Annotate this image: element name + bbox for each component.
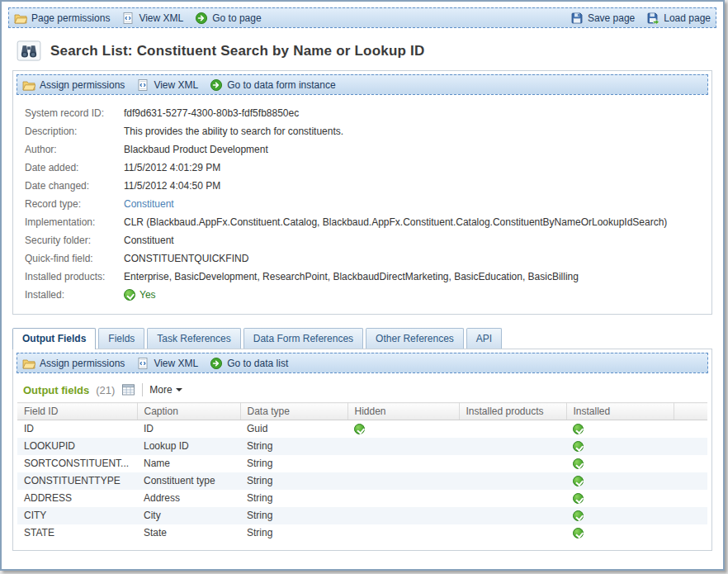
cell-spacer — [674, 524, 707, 542]
save-page-button[interactable]: Save page — [570, 12, 635, 25]
prop-date-changed: Date changed: 11/5/2012 4:04:50 PM — [25, 177, 702, 195]
view-xml-button[interactable]: View XML — [136, 357, 198, 370]
cell-hidden — [347, 524, 459, 542]
col-installed-products[interactable]: Installed products — [459, 403, 566, 420]
cell-data-type: String — [240, 455, 347, 472]
cell-field-id: LOOKUPID — [17, 438, 137, 455]
table-row[interactable]: ADDRESS Address String — [17, 490, 707, 507]
cell-field-id: CITY — [17, 507, 137, 524]
table-row[interactable]: CONSTITUENTTYPE Constituent type String — [17, 472, 707, 490]
table-row[interactable]: ID ID Guid — [17, 420, 707, 438]
prop-label: System record ID: — [25, 104, 124, 122]
prop-value: Blackbaud Product Development — [124, 140, 268, 159]
tab-strip: Output Fields Fields Task References Dat… — [12, 328, 712, 349]
assign-permissions-button[interactable]: Assign permissions — [22, 357, 125, 370]
check-icon — [573, 424, 584, 434]
cell-hidden — [347, 472, 459, 490]
cell-installed — [566, 472, 674, 490]
col-caption[interactable]: Caption — [137, 403, 240, 420]
check-icon — [124, 289, 135, 301]
cell-caption: Name — [137, 455, 240, 472]
go-to-data-form-instance-button[interactable]: Go to data form instance — [210, 78, 335, 92]
tab-api[interactable]: API — [466, 328, 502, 349]
prop-value-installed: Yes — [124, 286, 156, 304]
permissions-folder-icon — [14, 12, 27, 25]
table-row[interactable]: LOOKUPID Lookup ID String — [17, 438, 707, 455]
tab-output-fields[interactable]: Output Fields — [12, 328, 96, 349]
installed-yes-label: Yes — [139, 286, 156, 304]
prop-author: Author: Blackbaud Product Development — [25, 140, 702, 159]
property-list: System record ID: fdf9d631-5277-4300-80b… — [13, 98, 711, 314]
prop-value: This provides the ability to search for … — [124, 122, 343, 140]
cell-installed-products — [459, 438, 566, 455]
prop-security-folder: Security folder: Constituent — [25, 231, 702, 249]
cell-field-id: STATE — [17, 524, 137, 542]
cell-spacer — [674, 438, 707, 455]
cell-installed — [566, 524, 674, 542]
table-row[interactable]: SORTCONSTITUENT... Name String — [17, 455, 707, 472]
go-to-page-button[interactable]: Go to page — [195, 12, 261, 25]
xml-document-icon — [136, 357, 149, 370]
check-icon — [573, 528, 584, 538]
col-hidden[interactable]: Hidden — [347, 403, 459, 420]
prop-label: Record type: — [25, 195, 124, 213]
table-row[interactable]: CITY City String — [17, 507, 707, 524]
tab-data-form-references[interactable]: Data Form References — [243, 328, 363, 349]
col-data-type[interactable]: Data type — [240, 403, 347, 420]
prop-installed: Installed: Yes — [25, 286, 702, 304]
prop-label: Installed products: — [25, 268, 124, 286]
view-xml-button[interactable]: View XML — [121, 12, 183, 25]
xml-document-icon — [121, 12, 135, 25]
cell-data-type: String — [240, 472, 347, 490]
cell-spacer — [674, 420, 707, 438]
cell-hidden — [347, 455, 459, 472]
table-row[interactable]: STATE State String — [17, 524, 707, 542]
col-installed[interactable]: Installed — [566, 403, 674, 420]
output-fields-title: Output fields — [23, 384, 89, 396]
assign-permissions-label: Assign permissions — [40, 79, 125, 91]
prop-label: Description: — [25, 122, 124, 140]
prop-label: Date added: — [25, 159, 124, 177]
cell-installed — [566, 490, 674, 507]
load-disk-icon — [646, 12, 659, 25]
prop-date-added: Date added: 11/5/2012 4:01:29 PM — [25, 159, 702, 177]
permissions-folder-icon — [22, 357, 35, 370]
tab-task-references[interactable]: Task References — [147, 328, 240, 349]
view-xml-button[interactable]: View XML — [136, 78, 198, 92]
binoculars-icon — [17, 40, 41, 61]
col-field-id[interactable]: Field ID — [17, 403, 137, 420]
prop-quick-find-field: Quick-find field: CONSTITUENTQUICKFIND — [25, 249, 702, 268]
list-toolbar: Assign permissions View XML Go to data l… — [17, 353, 708, 373]
cell-installed-products — [459, 472, 566, 490]
col-spacer — [674, 403, 707, 420]
cell-spacer — [674, 490, 707, 507]
permissions-folder-icon — [22, 78, 35, 92]
page-toolbar: Page permissions View XML Go to page Sav… — [8, 7, 716, 28]
output-fields-table: Field ID Caption Data type Hidden Instal… — [17, 402, 707, 542]
load-page-button[interactable]: Load page — [646, 12, 711, 25]
record-type-link[interactable]: Constituent — [124, 195, 174, 213]
assign-permissions-button[interactable]: Assign permissions — [22, 78, 125, 92]
cell-installed-products — [459, 420, 566, 438]
cell-hidden — [347, 420, 459, 438]
page-permissions-button[interactable]: Page permissions — [14, 12, 110, 25]
view-xml-label: View XML — [154, 79, 198, 91]
tab-other-references[interactable]: Other References — [366, 328, 464, 349]
cell-installed-products — [459, 524, 566, 542]
cell-spacer — [674, 507, 707, 524]
view-xml-label: View XML — [154, 358, 198, 369]
cell-data-type: String — [240, 438, 347, 455]
tab-fields[interactable]: Fields — [98, 328, 144, 349]
chevron-down-icon — [176, 388, 182, 391]
prop-value: 11/5/2012 4:04:50 PM — [124, 177, 220, 195]
go-to-data-list-button[interactable]: Go to data list — [210, 357, 288, 370]
app-window: Page permissions View XML Go to page Sav… — [0, 0, 725, 571]
cell-data-type: String — [240, 490, 347, 507]
cell-spacer — [674, 455, 707, 472]
prop-value: Constituent — [124, 231, 174, 249]
go-to-data-form-instance-label: Go to data form instance — [227, 79, 335, 91]
check-icon — [573, 458, 584, 469]
more-button[interactable]: More — [149, 384, 182, 396]
cell-installed-products — [459, 455, 566, 472]
columns-grid-icon[interactable] — [121, 383, 135, 396]
